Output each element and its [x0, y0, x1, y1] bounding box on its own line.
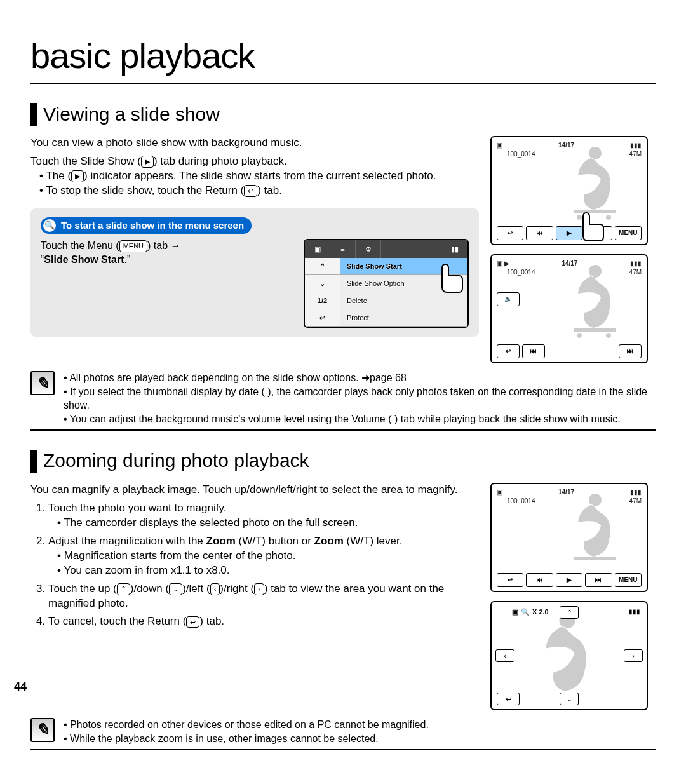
menu-tab-icon: MENU [119, 240, 147, 252]
photo-mode-icon: ▣ [497, 488, 502, 497]
menu-screenshot: ▣ ≡ ⚙ ▮▮ ⌃ ⌄ 1/2 ↩ S [304, 239, 469, 328]
note-block-1: ✎ All photos are played back depending o… [30, 371, 656, 426]
note-item: All photos are played back depending on … [64, 371, 656, 385]
heading-text: Zooming during photo playback [43, 448, 309, 474]
up-icon: ⌃ [117, 583, 130, 595]
menu-item-protect[interactable]: Protect [340, 309, 467, 327]
note-item: Photos recorded on other devices or thos… [64, 718, 429, 732]
size-label: 47M [629, 150, 642, 159]
pan-left-tab[interactable]: ‹ [495, 649, 514, 662]
prev-tab[interactable]: ⏮ [526, 573, 553, 587]
folder-label: 100_0014 [507, 497, 535, 506]
return-icon: ↩ [244, 185, 257, 197]
step-1: Touch the photo you want to magnify. The… [48, 501, 479, 531]
size-label: 47M [629, 268, 642, 277]
menu-item-slideshow-start[interactable]: Slide Show Start [340, 258, 467, 275]
menu-top-gear-icon: ⚙ [356, 240, 381, 258]
playback-screenshot-2: ▣ ▶14/17▮▮▮ 100_001447M 🔈 ↩ ⏮ ⏭ [490, 254, 648, 363]
intro-text: You can magnify a playback image. Touch … [30, 483, 479, 497]
battery-icon: ▮▮▮ [629, 607, 640, 616]
tip-box: 🔍 To start a slide show in the menu scre… [30, 208, 479, 337]
menu-tab[interactable]: MENU [615, 573, 642, 587]
prev-tab[interactable]: ⏮ [522, 344, 545, 358]
return-tab[interactable]: ↩ [497, 344, 520, 358]
menu-return-button[interactable]: ↩ [305, 309, 340, 327]
menu-tab[interactable]: MENU [615, 226, 642, 240]
step-2: Adjust the magnification with the Zoom (… [48, 534, 479, 578]
slideshow-indicator-icon: ▶ [71, 170, 84, 182]
sub-bullet: You can zoom in from x1.1 to x8.0. [57, 564, 479, 578]
next-tab[interactable]: ⏭ [585, 573, 612, 587]
battery-icon: ▮▮▮ [630, 259, 642, 268]
folder-label: 100_0014 [507, 150, 535, 159]
skater-silhouette-icon [520, 609, 615, 704]
bullet-list: The (▶) indicator appears. The slide sho… [39, 169, 479, 198]
return-icon: ↩ [186, 616, 199, 628]
photo-mode-icon: ▣ [512, 607, 518, 617]
page-number: 44 [14, 679, 27, 694]
step-3: Touch the up (⌃)/down (⌄)/left (‹)/right… [48, 582, 479, 611]
zoom-screenshot-1: ▣14/17▮▮▮ 100_001447M ↩ ⏮ ▶ ⏭ MENU [490, 483, 648, 592]
skater-silhouette-icon [560, 262, 630, 338]
menu-up-button[interactable]: ⌃ [305, 258, 340, 275]
intro-text: You can view a photo slide show with bac… [30, 136, 479, 151]
return-tab[interactable]: ↩ [497, 573, 523, 587]
zoom-screenshot-2: ▣🔍X 2.0 ▮▮▮ ⌃ ‹ › ⌄ ↩ [490, 601, 648, 710]
volume-tab[interactable]: 🔈 [497, 292, 520, 306]
magnifier-icon: 🔍 [43, 219, 56, 232]
pan-right-tab[interactable]: › [624, 649, 643, 662]
folder-label: 100_0014 [507, 268, 535, 277]
photo-mode-icon: ▣ [497, 141, 502, 150]
return-tab[interactable]: ↩ [497, 226, 523, 240]
menu-top-battery-icon: ▮▮ [442, 240, 467, 258]
photo-mode-icon: ▣ ▶ [497, 259, 509, 268]
heading-text: Viewing a slide show [43, 102, 220, 128]
right-icon: › [254, 583, 264, 595]
next-tab[interactable]: ⏭ [585, 226, 612, 240]
sub-bullet: Magnification starts from the center of … [57, 549, 479, 564]
slideshow-tab-icon: ▶ [141, 156, 154, 168]
skater-silhouette-icon [560, 144, 630, 220]
note-block-2: ✎ Photos recorded on other devices or th… [30, 718, 656, 745]
note-item: While the playback zoom is in use, other… [64, 732, 429, 746]
section-heading-slideshow: Viewing a slide show [30, 102, 656, 128]
return-tab[interactable]: ↩ [497, 693, 520, 705]
note-item: If you select the thumbnail display by d… [64, 385, 656, 412]
menu-top-list-icon: ≡ [330, 240, 356, 258]
section-heading-zoom: Zooming during photo playback [30, 448, 656, 474]
tip-title: To start a slide show in the menu screen [61, 219, 244, 232]
slideshow-tab[interactable]: ▶ [556, 226, 582, 240]
next-tab[interactable]: ⏭ [619, 344, 642, 358]
menu-down-button[interactable]: ⌄ [305, 275, 340, 292]
menu-item-slideshow-option[interactable]: Slide Show Option [340, 275, 467, 292]
playback-screenshot-1: ▣14/17▮▮▮ 100_001447M ↩ ⏮ ▶ ⏭ MENU [490, 136, 648, 245]
menu-top-photo-icon: ▣ [305, 240, 330, 258]
tip-pill: 🔍 To start a slide show in the menu scre… [41, 217, 252, 234]
battery-icon: ▮▮▮ [630, 488, 642, 497]
menu-item-delete[interactable]: Delete [340, 292, 467, 309]
heading-bar [30, 103, 37, 126]
skater-silhouette-icon [560, 490, 630, 567]
menu-page-indicator: 1/2 [305, 292, 340, 309]
steps-list: Touch the photo you want to magnify. The… [48, 501, 479, 630]
size-label: 47M [629, 497, 642, 506]
note-icon: ✎ [30, 371, 55, 395]
pan-up-tab[interactable]: ⌃ [560, 606, 579, 619]
left-icon: ‹ [210, 583, 220, 595]
sub-bullet: The camcorder displays the selected phot… [57, 516, 479, 531]
page-title: basic playback [30, 32, 656, 84]
heading-bar [30, 450, 37, 473]
down-icon: ⌄ [169, 583, 182, 595]
step-4: To cancel, touch the Return (↩) tab. [48, 614, 479, 629]
note-icon: ✎ [30, 718, 55, 742]
note-item: You can adjust the background music's vo… [64, 412, 656, 426]
instruction-line: Touch the Slide Show (▶) tab during phot… [30, 154, 479, 169]
slideshow-tab[interactable]: ▶ [556, 573, 582, 587]
prev-tab[interactable]: ⏮ [526, 226, 553, 240]
pan-down-tab[interactable]: ⌄ [560, 693, 579, 705]
battery-icon: ▮▮▮ [630, 141, 642, 150]
